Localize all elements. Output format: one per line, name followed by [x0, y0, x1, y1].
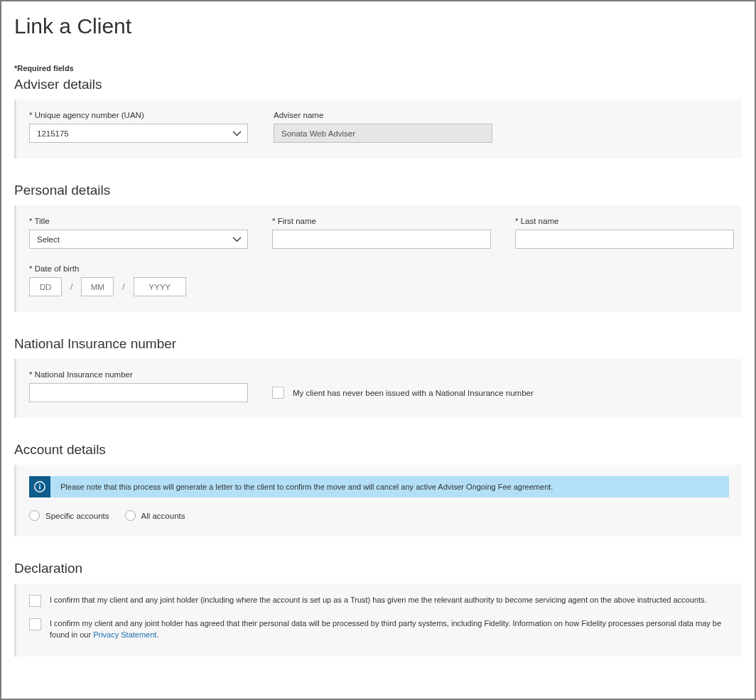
uan-label: * Unique agency number (UAN)	[29, 111, 249, 119]
dob-separator: /	[70, 282, 72, 292]
no-ni-checkbox-label: My client has never been issued with a N…	[293, 389, 534, 397]
svg-rect-2	[39, 484, 40, 485]
no-ni-checkbox[interactable]	[272, 387, 284, 399]
info-icon	[29, 476, 50, 497]
section-title-account: Account details	[14, 442, 742, 458]
account-details-panel: Please note that this process will gener…	[14, 465, 742, 537]
dob-label: * Date of birth	[29, 264, 729, 273]
adviser-name-field: Sonata Web Adviser	[274, 124, 492, 143]
last-name-input[interactable]	[515, 230, 734, 249]
chevron-down-icon	[232, 237, 242, 242]
adviser-details-panel: * Unique agency number (UAN) 1215175 Adv…	[14, 99, 742, 158]
last-name-label: * Last name	[515, 217, 734, 225]
first-name-label: * First name	[272, 217, 491, 225]
dob-separator: /	[122, 282, 124, 292]
radio-specific-accounts[interactable]	[29, 510, 40, 521]
uan-select[interactable]: 1215175	[29, 124, 248, 143]
ni-number-input[interactable]	[29, 383, 248, 402]
page-title: Link a Client	[14, 14, 742, 38]
radio-all-accounts[interactable]	[125, 510, 136, 521]
first-name-input[interactable]	[272, 230, 491, 249]
info-banner-text: Please note that this process will gener…	[50, 483, 560, 491]
svg-rect-1	[39, 486, 40, 490]
uan-select-value: 1215175	[37, 129, 69, 138]
declaration-panel: I confirm that my client and any joint h…	[14, 583, 742, 657]
radio-all-label: All accounts	[141, 512, 185, 520]
declaration-text-2b: .	[156, 630, 158, 639]
dob-day-input[interactable]	[29, 277, 62, 296]
ni-number-label: * National Insurance number	[29, 370, 248, 379]
section-title-adviser: Adviser details	[14, 77, 742, 92]
title-select-value: Select	[37, 235, 60, 244]
adviser-name-label: Adviser name	[274, 111, 494, 119]
section-title-declaration: Declaration	[14, 561, 742, 576]
declaration-checkbox-2[interactable]	[29, 618, 41, 630]
dob-year-input[interactable]	[134, 277, 186, 296]
chevron-down-icon	[232, 131, 242, 136]
section-title-personal: Personal details	[14, 183, 742, 198]
section-title-ni: National Insurance number	[14, 336, 742, 352]
dob-month-input[interactable]	[81, 277, 114, 296]
ni-panel: * National Insurance number My client ha…	[14, 359, 742, 418]
privacy-statement-link[interactable]: Privacy Statement	[93, 630, 156, 639]
title-select[interactable]: Select	[29, 230, 248, 249]
adviser-name-value: Sonata Web Adviser	[281, 129, 355, 138]
required-fields-note: *Required fields	[14, 64, 742, 72]
declaration-checkbox-1[interactable]	[29, 595, 41, 607]
title-label: * Title	[29, 217, 248, 225]
declaration-text-2: I confirm my client and any joint holder…	[50, 618, 729, 641]
personal-details-panel: * Title Select * First name * Last name …	[14, 205, 742, 312]
declaration-text-1: I confirm that my client and any joint h…	[50, 595, 707, 607]
radio-specific-label: Specific accounts	[45, 512, 109, 520]
info-banner: Please note that this process will gener…	[29, 476, 729, 497]
